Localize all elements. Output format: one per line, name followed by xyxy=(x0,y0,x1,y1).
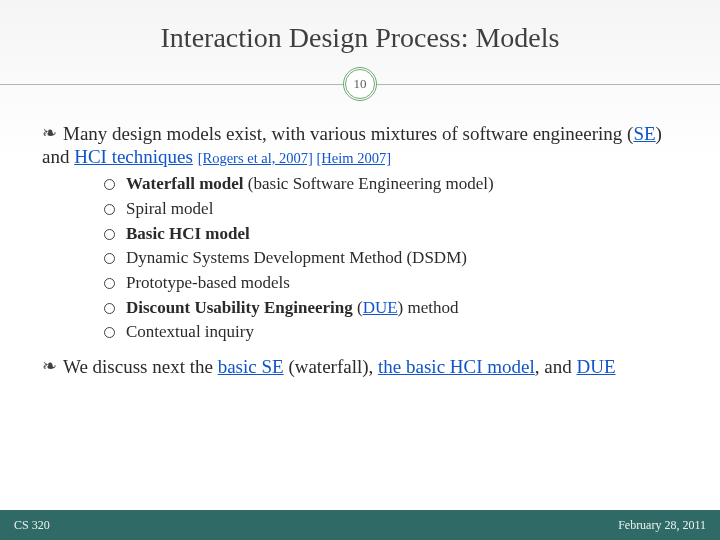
link-due[interactable]: DUE xyxy=(363,298,398,317)
list-item: Spiral model xyxy=(104,197,682,222)
list-item: Waterfall model (basic Software Engineer… xyxy=(104,172,682,197)
li-post: (basic Software Engineering model) xyxy=(244,174,494,193)
title-divider: 10 xyxy=(0,64,720,104)
li-text: Prototype-based models xyxy=(126,273,290,292)
page-title: Interaction Design Process: Models xyxy=(0,0,720,64)
footer-bar: CS 320 February 28, 2011 xyxy=(0,510,720,540)
footer-course: CS 320 xyxy=(14,518,50,533)
list-item: Dynamic Systems Development Method (DSDM… xyxy=(104,246,682,271)
closing-text-3: , and xyxy=(535,356,577,377)
link-basic-hci[interactable]: the basic HCI model xyxy=(378,356,535,377)
li-bold: Basic HCI model xyxy=(126,224,250,243)
li-bold: Waterfall model xyxy=(126,174,244,193)
link-basic-se[interactable]: basic SE xyxy=(218,356,284,377)
slide-body: ❧Many design models exist, with various … xyxy=(0,122,720,378)
li-post2: ) method xyxy=(398,298,459,317)
list-item: Discount Usability Engineering (DUE) met… xyxy=(104,296,682,321)
link-se[interactable]: SE xyxy=(633,123,655,144)
intro-paragraph: ❧Many design models exist, with various … xyxy=(42,122,682,168)
leaf-bullet-icon: ❧ xyxy=(42,356,57,378)
li-text: Dynamic Systems Development Method (DSDM… xyxy=(126,248,467,267)
footer-date: February 28, 2011 xyxy=(618,518,706,533)
models-list: Waterfall model (basic Software Engineer… xyxy=(42,172,682,344)
citation-rogers[interactable]: [Rogers et al, 2007] xyxy=(198,150,313,166)
link-due-2[interactable]: DUE xyxy=(576,356,615,377)
closing-text-1: We discuss next the xyxy=(63,356,218,377)
li-post: ( xyxy=(353,298,363,317)
intro-text-1: Many design models exist, with various m… xyxy=(63,123,633,144)
link-hci-techniques[interactable]: HCI techniques xyxy=(74,146,193,167)
closing-paragraph: ❧We discuss next the basic SE (waterfall… xyxy=(42,355,682,378)
page-number-badge: 10 xyxy=(343,67,377,101)
citation-heim[interactable]: [Heim 2007] xyxy=(316,150,391,166)
list-item: Contextual inquiry xyxy=(104,320,682,345)
closing-text-2: (waterfall), xyxy=(284,356,378,377)
li-text: Spiral model xyxy=(126,199,213,218)
leaf-bullet-icon: ❧ xyxy=(42,123,57,145)
list-item: Prototype-based models xyxy=(104,271,682,296)
li-bold: Discount Usability Engineering xyxy=(126,298,353,317)
li-text: Contextual inquiry xyxy=(126,322,254,341)
list-item: Basic HCI model xyxy=(104,222,682,247)
